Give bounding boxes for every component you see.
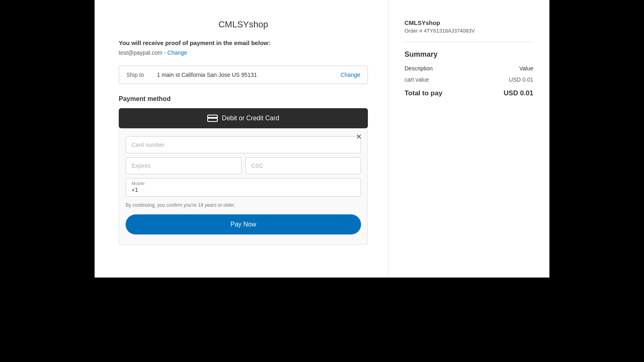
debit-credit-button[interactable]: Debit or Credit Card	[119, 108, 368, 128]
description-col-header: Description	[405, 65, 433, 72]
change-email-link[interactable]: Change	[167, 49, 187, 56]
summary-title: Summary	[405, 50, 533, 59]
left-panel: CMLSYshop You will receive proof of paym…	[95, 0, 388, 278]
mobile-wrapper: Mobile	[126, 178, 361, 197]
email-row: test@paypal.com - Change	[119, 49, 368, 56]
close-button[interactable]: ✕	[356, 133, 362, 140]
pay-now-button[interactable]: Pay Now	[126, 214, 361, 234]
value-col-header: Value	[519, 65, 533, 72]
total-label: Total to pay	[405, 89, 442, 97]
csc-input[interactable]	[246, 157, 361, 174]
order-number: Order # 4TY61318AJ374083V	[405, 28, 533, 34]
shop-title: CMLSYshop	[119, 19, 368, 30]
order-shop-name: CMLSYshop	[405, 19, 533, 26]
payment-method-title: Payment method	[119, 95, 368, 103]
mobile-input[interactable]	[126, 186, 361, 196]
ship-to-address: 1 main st California San Jose US 95131	[157, 72, 334, 78]
divider	[405, 42, 533, 42]
card-form-container: ✕ Mobile By continuing, you confirm you'…	[119, 128, 368, 245]
credit-card-icon	[207, 115, 218, 122]
expires-input[interactable]	[126, 157, 242, 174]
ship-to-label: Ship to	[126, 72, 151, 78]
total-row: Total to pay USD 0.01	[405, 89, 533, 97]
expires-csc-row	[126, 157, 361, 174]
age-notice: By continuing, you confirm you're 18 yea…	[126, 202, 361, 208]
ship-to-box: Ship to 1 main st California San Jose US…	[119, 66, 368, 84]
cart-value-amount: USD 0.01	[509, 76, 533, 83]
debit-credit-label: Debit or Credit Card	[222, 115, 279, 122]
card-number-input[interactable]	[126, 136, 361, 153]
cart-value-label: cart value	[405, 76, 429, 83]
cart-value-row: cart value USD 0.01	[405, 76, 533, 83]
email-notice: You will receive proof of payment in the…	[119, 39, 368, 46]
page-wrapper: CMLSYshop You will receive proof of paym…	[95, 0, 549, 278]
email-address: test@paypal.com	[119, 49, 162, 56]
summary-header-row: Description Value	[405, 65, 533, 72]
mobile-label: Mobile	[126, 179, 361, 186]
email-dash: -	[164, 49, 167, 56]
right-panel: CMLSYshop Order # 4TY61318AJ374083V Summ…	[388, 0, 549, 278]
change-address-link[interactable]: Change	[341, 72, 360, 78]
total-amount: USD 0.01	[504, 89, 533, 97]
